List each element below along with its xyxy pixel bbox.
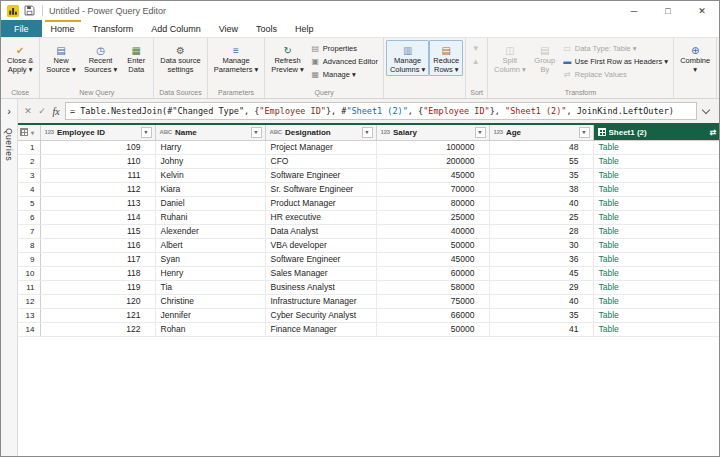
grid-cell[interactable]: Sr. Software Engineer [265, 182, 376, 196]
formula-input[interactable]: = Table.NestedJoin(#"Changed Type", {"Em… [65, 102, 697, 120]
save-icon[interactable] [24, 5, 35, 16]
grid-cell[interactable]: Table [593, 182, 719, 196]
tab-tools[interactable]: Tools [247, 20, 286, 37]
grid-cell[interactable]: 29 [489, 280, 593, 294]
grid-cell[interactable]: Harry [155, 140, 265, 154]
close-and-apply-button[interactable]: ✔Close &Apply ▾ [3, 40, 37, 76]
tab-home[interactable]: Home [42, 20, 84, 37]
advanced-editor-button[interactable]: ▣Advanced Editor [308, 55, 381, 68]
split-column-button[interactable]: ◫SplitColumn ▾ [490, 40, 530, 81]
grid-cell[interactable]: 113 [40, 196, 155, 210]
manage-button[interactable]: ▦Manage ▾ [308, 68, 381, 81]
grid-cell[interactable]: Johny [155, 154, 265, 168]
grid-cell[interactable]: Table [593, 196, 719, 210]
grid-cell[interactable]: 75000 [376, 294, 489, 308]
grid-cell[interactable]: Table [593, 168, 719, 182]
column-header-age[interactable]: 123Age▾ [489, 124, 593, 140]
filter-button[interactable]: ▾ [475, 127, 486, 138]
grid-cell[interactable]: 40 [489, 196, 593, 210]
grid-cell[interactable]: Henry [155, 266, 265, 280]
manage-parameters-button[interactable]: ≡ManageParameters ▾ [210, 40, 263, 76]
filter-button[interactable]: ▾ [251, 127, 262, 138]
grid-cell[interactable]: Finance Manager [265, 322, 376, 336]
formula-expand-button[interactable] [702, 105, 710, 113]
refresh-preview-button[interactable]: ↻RefreshPreview ▾ [267, 40, 308, 81]
use-first-row-as-headers-button[interactable]: ▬Use First Row as Headers ▾ [560, 55, 671, 68]
tab-add-column[interactable]: Add Column [142, 20, 210, 37]
grid-cell[interactable]: 40 [489, 294, 593, 308]
grid-cell[interactable]: Kelvin [155, 168, 265, 182]
grid-cell[interactable]: Infrastructure Manager [265, 294, 376, 308]
new-source-button[interactable]: ▤NewSource ▾ [42, 40, 80, 76]
recent-sources-button[interactable]: ◷RecentSources ▾ [80, 40, 121, 76]
grid-cell[interactable]: Table [593, 154, 719, 168]
tab-help[interactable]: Help [286, 20, 323, 37]
grid-cell[interactable]: Ruhani [155, 210, 265, 224]
grid-cell[interactable]: 35 [489, 308, 593, 322]
grid-cell[interactable]: HR executive [265, 210, 376, 224]
grid-cell[interactable]: Table [593, 322, 719, 336]
grid-cell[interactable]: Data Analyst [265, 224, 376, 238]
filter-button[interactable]: ▾ [579, 127, 590, 138]
grid-cell[interactable]: Software Engineer [265, 168, 376, 182]
grid-cell[interactable]: 111 [40, 168, 155, 182]
grid-cell[interactable]: Sales Manager [265, 266, 376, 280]
grid-cell[interactable]: Table [593, 308, 719, 322]
replace-values-button[interactable]: ⇄Replace Values [560, 68, 671, 81]
grid-cell[interactable]: 30 [489, 238, 593, 252]
grid-cell[interactable]: Albert [155, 238, 265, 252]
combine-button[interactable]: ⊕Combine▾ [676, 40, 714, 76]
grid-cell[interactable]: 66000 [376, 308, 489, 322]
grid-cell[interactable]: Table [593, 252, 719, 266]
grid-cell[interactable]: 38 [489, 182, 593, 196]
close-button[interactable]: ✕ [685, 1, 719, 20]
grid-cell[interactable]: Syan [155, 252, 265, 266]
grid-cell[interactable]: Software Engineer [265, 252, 376, 266]
grid-cell[interactable]: 109 [40, 140, 155, 154]
column-header-salary[interactable]: 123Salary▾ [376, 124, 489, 140]
grid-cell[interactable]: 200000 [376, 154, 489, 168]
tab-view[interactable]: View [210, 20, 247, 37]
grid-cell[interactable]: Table [593, 210, 719, 224]
commit-button[interactable]: ✓ [35, 106, 49, 116]
grid-cell[interactable]: 50000 [376, 322, 489, 336]
grid-cell[interactable]: 114 [40, 210, 155, 224]
grid-cell[interactable]: 45 [489, 266, 593, 280]
expand-queries-button[interactable]: › [7, 106, 11, 116]
grid-cell[interactable]: Alexender [155, 224, 265, 238]
grid-cell[interactable]: Christine [155, 294, 265, 308]
tab-file[interactable]: File [1, 20, 42, 37]
grid-cell[interactable]: 48 [489, 140, 593, 154]
grid-cell[interactable]: CFO [265, 154, 376, 168]
grid-cell[interactable]: Project Manager [265, 140, 376, 154]
data-type-button[interactable]: ▭Data Type: Table ▾ [560, 42, 671, 55]
grid-cell[interactable]: Table [593, 224, 719, 238]
grid-cell[interactable]: Business Analyst [265, 280, 376, 294]
grid-cell[interactable]: 119 [40, 280, 155, 294]
enter-data-button[interactable]: ▦EnterData [121, 40, 151, 76]
group-by-button[interactable]: ▤GroupBy [530, 40, 560, 81]
grid-cell[interactable]: 25000 [376, 210, 489, 224]
grid-cell[interactable]: 110 [40, 154, 155, 168]
data-source-settings-button[interactable]: ⚙Data sourcesettings [156, 40, 204, 76]
grid-cell[interactable]: 80000 [376, 196, 489, 210]
grid-cell[interactable]: 60000 [376, 266, 489, 280]
grid-cell[interactable]: Rohan [155, 322, 265, 336]
tab-transform[interactable]: Transform [84, 20, 143, 37]
grid-cell[interactable]: Table [593, 266, 719, 280]
grid-cell[interactable]: Table [593, 280, 719, 294]
minimize-button[interactable]: ─ [617, 1, 651, 20]
grid-cell[interactable]: 58000 [376, 280, 489, 294]
grid-cell[interactable]: Table [593, 294, 719, 308]
expand-column-icon[interactable]: ⇄ [710, 128, 718, 137]
column-header-name[interactable]: ABCName▾ [155, 124, 265, 140]
reduce-rows-button[interactable]: ▤ReduceRows ▾ [429, 40, 463, 76]
grid-cell[interactable]: 116 [40, 238, 155, 252]
grid-cell[interactable]: 25 [489, 210, 593, 224]
filter-button[interactable]: ▾ [362, 127, 373, 138]
grid-cell[interactable]: Kiara [155, 182, 265, 196]
grid-cell[interactable]: 121 [40, 308, 155, 322]
grid-cell[interactable]: 35 [489, 168, 593, 182]
grid-cell[interactable]: 122 [40, 322, 155, 336]
column-header-designation[interactable]: ABCDesignation▾ [265, 124, 376, 140]
